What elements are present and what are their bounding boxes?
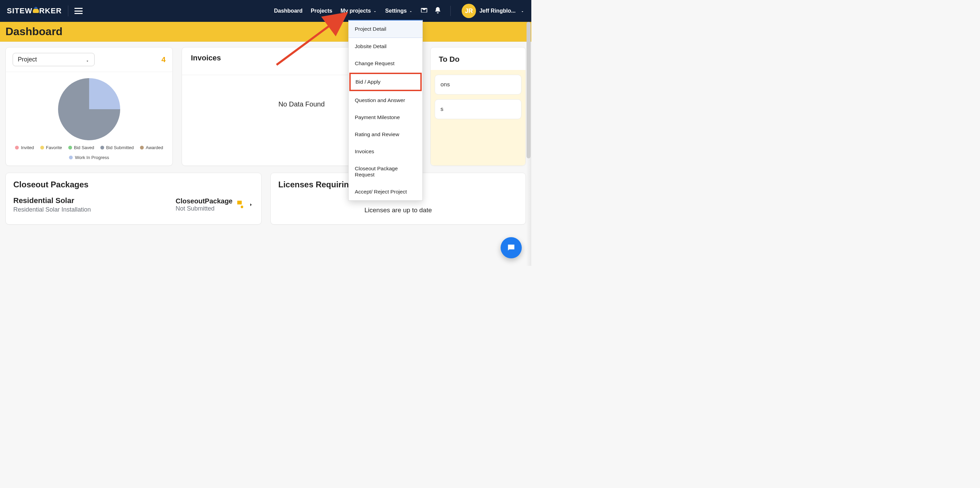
todo-item[interactable]: s bbox=[435, 99, 522, 119]
legend-item: Favorite bbox=[40, 145, 62, 150]
project-count: 4 bbox=[162, 55, 165, 64]
legend-item: Awarded bbox=[140, 145, 163, 150]
nav-projects-label: Projects bbox=[311, 8, 332, 14]
chevron-right-icon bbox=[248, 202, 254, 208]
dropdown-item[interactable]: Invoices bbox=[348, 143, 422, 160]
dropdown-item[interactable]: Jobsite Detail bbox=[348, 38, 422, 55]
my-projects-dropdown: Project DetailJobsite DetailChange Reque… bbox=[348, 20, 423, 201]
avatar-initials: JR bbox=[465, 8, 473, 15]
todo-card: To Do ons s bbox=[430, 47, 526, 166]
divider bbox=[68, 5, 68, 16]
chart-legend: InvitedFavoriteBid SavedBid SubmittedAwa… bbox=[9, 145, 169, 160]
todo-item[interactable]: ons bbox=[435, 75, 522, 95]
dropdown-item[interactable]: Project Detail bbox=[348, 21, 422, 38]
project-card-header: Project 4 bbox=[6, 48, 172, 72]
svg-rect-3 bbox=[241, 206, 243, 207]
project-select-label: Project bbox=[18, 56, 37, 63]
dropdown-item[interactable]: Payment Milestone bbox=[348, 109, 422, 126]
legend-label: Bid Submitted bbox=[106, 145, 134, 150]
nav-dashboard[interactable]: Dashboard bbox=[274, 8, 302, 14]
closeout-item-name: Residential Solar bbox=[13, 196, 91, 205]
legend-label: Awarded bbox=[146, 145, 163, 150]
todo-body: ons s bbox=[431, 70, 525, 165]
legend-item: Bid Saved bbox=[68, 145, 94, 150]
chevron-down-icon bbox=[85, 58, 89, 62]
project-select[interactable]: Project bbox=[13, 53, 95, 66]
nav-dashboard-label: Dashboard bbox=[274, 8, 302, 14]
legend-dot bbox=[69, 155, 73, 159]
brand-pre: SITEW bbox=[7, 6, 32, 15]
dropdown-item[interactable]: Change Request bbox=[348, 55, 422, 72]
todo-title: To Do bbox=[431, 48, 525, 70]
mail-icon[interactable] bbox=[420, 6, 428, 15]
hardhat-icon bbox=[33, 8, 39, 13]
todo-item-label: ons bbox=[441, 81, 450, 88]
scrollbar-thumb[interactable] bbox=[527, 22, 531, 158]
flag-icon bbox=[237, 200, 244, 209]
chevron-down-icon bbox=[409, 9, 413, 13]
nav-settings[interactable]: Settings bbox=[385, 8, 413, 14]
nav-settings-label: Settings bbox=[385, 8, 407, 14]
bell-icon[interactable] bbox=[434, 6, 442, 15]
row-2: Closeout Packages Residential Solar Resi… bbox=[5, 173, 526, 225]
project-chart: InvitedFavoriteBid SavedBid SubmittedAwa… bbox=[6, 72, 172, 165]
nav-icon-group: JR Jeff Ringblo... bbox=[420, 4, 525, 18]
chevron-down-icon bbox=[373, 9, 377, 13]
project-card: Project 4 InvitedFavoriteBid SavedBid Su… bbox=[5, 47, 173, 166]
nav-projects[interactable]: Projects bbox=[311, 8, 332, 14]
pie-chart bbox=[58, 78, 120, 140]
legend-dot bbox=[100, 146, 104, 149]
legend-label: Work In Progress bbox=[75, 155, 109, 160]
legend-item: Work In Progress bbox=[69, 155, 109, 160]
top-nav: SITEW RKER Dashboard Projects My project… bbox=[0, 0, 531, 22]
legend-label: Favorite bbox=[46, 145, 62, 150]
dropdown-item[interactable]: Accept/ Reject Project bbox=[348, 183, 422, 200]
closeout-pkg-status: Not Submitted bbox=[175, 205, 232, 212]
nav-links: Dashboard Projects My projects Settings bbox=[274, 8, 413, 14]
hamburger-menu-icon[interactable] bbox=[75, 8, 83, 14]
legend-dot bbox=[140, 146, 144, 149]
avatar: JR bbox=[462, 4, 476, 18]
legend-item: Bid Submitted bbox=[100, 145, 134, 150]
closeout-card: Closeout Packages Residential Solar Resi… bbox=[5, 173, 262, 225]
content: Project 4 InvitedFavoriteBid SavedBid Su… bbox=[0, 42, 531, 230]
page-title: Dashboard bbox=[5, 25, 62, 38]
divider bbox=[450, 6, 451, 16]
user-menu[interactable]: JR Jeff Ringblo... bbox=[462, 4, 525, 18]
invoices-title: Invoices bbox=[191, 54, 221, 62]
chat-icon bbox=[506, 243, 516, 252]
page-title-bar: Dashboard bbox=[0, 22, 531, 42]
closeout-title: Closeout Packages bbox=[6, 173, 261, 196]
closeout-pkg-label: CloseoutPackage bbox=[175, 197, 232, 205]
dropdown-item[interactable]: Closeout Package Request bbox=[348, 160, 422, 183]
legend-label: Invited bbox=[21, 145, 34, 150]
dropdown-item[interactable]: Rating and Review bbox=[348, 126, 422, 143]
user-name: Jeff Ringblo... bbox=[479, 8, 515, 14]
brand-post: RKER bbox=[39, 6, 62, 15]
legend-item: Invited bbox=[15, 145, 34, 150]
nav-my-projects[interactable]: My projects bbox=[340, 8, 377, 14]
chevron-down-icon bbox=[520, 9, 525, 13]
dropdown-item[interactable]: Bid / Apply bbox=[349, 73, 422, 91]
closeout-item[interactable]: Residential Solar Residential Solar Inst… bbox=[6, 196, 261, 220]
legend-dot bbox=[15, 146, 19, 149]
dropdown-item[interactable]: Question and Answer bbox=[348, 92, 422, 109]
closeout-item-left: Residential Solar Residential Solar Inst… bbox=[13, 196, 91, 213]
todo-item-label: s bbox=[441, 106, 444, 112]
closeout-item-right: CloseoutPackage Not Submitted bbox=[175, 197, 254, 212]
legend-dot bbox=[68, 146, 72, 149]
closeout-item-desc: Residential Solar Installation bbox=[13, 206, 91, 213]
brand-logo[interactable]: SITEW RKER bbox=[7, 6, 62, 15]
legend-label: Bid Saved bbox=[74, 145, 94, 150]
legend-dot bbox=[40, 146, 44, 149]
row-1: Project 4 InvitedFavoriteBid SavedBid Su… bbox=[5, 47, 526, 166]
chat-fab[interactable] bbox=[501, 237, 522, 258]
nav-my-projects-label: My projects bbox=[340, 8, 371, 14]
